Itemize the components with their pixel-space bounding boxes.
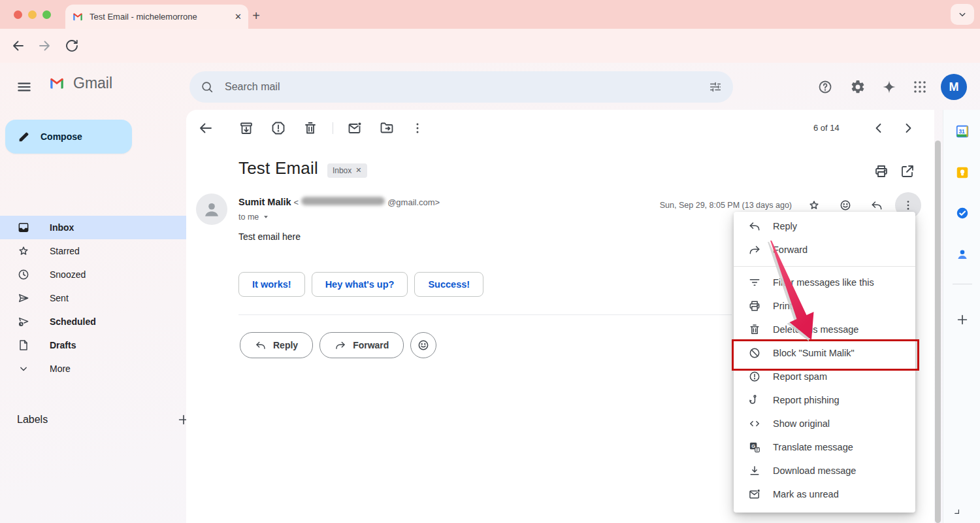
search-bar[interactable] xyxy=(189,71,733,103)
menu-item-reply[interactable]: Reply xyxy=(734,214,915,238)
back-to-inbox-icon[interactable] xyxy=(198,120,214,136)
menu-item-label: Mark as unread xyxy=(773,489,839,499)
person-icon xyxy=(201,198,223,220)
add-reaction-button[interactable] xyxy=(410,332,436,358)
sidebar-item-drafts[interactable]: Drafts 1 xyxy=(0,333,208,357)
report-spam-icon xyxy=(748,370,761,383)
sidebar-item-label: Starred xyxy=(50,246,80,256)
sidebar-item-inbox[interactable]: Inbox 4 xyxy=(0,216,208,239)
settings-gear-icon[interactable] xyxy=(850,79,866,95)
older-email-chevron-icon[interactable] xyxy=(900,120,916,136)
menu-item-label: Forward xyxy=(773,245,808,255)
forward-button-label: Forward xyxy=(353,340,389,350)
gmail-profile-avatar[interactable]: M xyxy=(941,74,967,100)
search-input[interactable] xyxy=(223,80,699,93)
get-addons-plus-icon[interactable] xyxy=(955,312,970,327)
message-action-row: Reply Forward xyxy=(240,332,436,358)
sidebar-item-label: Inbox xyxy=(50,222,74,233)
report-spam-icon[interactable] xyxy=(270,120,286,136)
menu-item-delete-message[interactable]: Delete this message xyxy=(734,318,915,341)
menu-item-print[interactable]: Print xyxy=(734,294,915,318)
gmail-logo-text: Gmail xyxy=(73,75,112,92)
contacts-icon[interactable] xyxy=(955,247,970,262)
menu-item-forward[interactable]: Forward xyxy=(734,238,915,262)
pencil-icon xyxy=(17,129,31,144)
menu-item-label: Report spam xyxy=(773,371,827,382)
window-zoom-button[interactable] xyxy=(42,10,51,19)
sidebar-item-label: More xyxy=(50,363,71,374)
more-options-icon[interactable] xyxy=(410,120,425,136)
gemini-sparkle-icon[interactable] xyxy=(881,79,897,95)
mark-unread-icon[interactable] xyxy=(347,120,363,136)
smart-reply-chip[interactable]: Hey what's up? xyxy=(312,272,408,297)
vertical-scrollbar[interactable] xyxy=(935,141,941,523)
sidebar-item-scheduled[interactable]: Scheduled 1 xyxy=(0,310,208,333)
smart-reply-chip[interactable]: It works! xyxy=(238,272,305,297)
inbox-label-chip[interactable]: Inbox ✕ xyxy=(327,163,367,178)
newer-email-chevron-icon[interactable] xyxy=(871,120,887,136)
menu-divider xyxy=(734,262,915,271)
menu-item-label: Filter messages like this xyxy=(773,277,874,288)
scheduled-send-icon xyxy=(17,315,30,328)
archive-icon[interactable] xyxy=(238,120,254,136)
new-tab-button[interactable]: + xyxy=(247,7,265,25)
inbox-icon xyxy=(17,221,30,234)
menu-item-download-message[interactable]: Download message xyxy=(734,459,915,482)
window-minimize-button[interactable] xyxy=(28,10,37,19)
forward-icon[interactable] xyxy=(37,38,52,54)
print-icon[interactable] xyxy=(874,163,889,179)
email-subject: Test Email xyxy=(238,158,318,178)
smart-reply-chip[interactable]: Success! xyxy=(414,272,483,297)
menu-item-block-sender[interactable]: Block "Sumit Malik" xyxy=(734,341,915,365)
window-close-button[interactable] xyxy=(14,10,22,19)
forward-arrow-icon xyxy=(748,243,761,256)
menu-item-label: Block "Sumit Malik" xyxy=(773,348,855,358)
gmail-logo[interactable]: Gmail xyxy=(46,75,112,92)
menu-item-show-original[interactable]: Show original xyxy=(734,412,915,435)
menu-item-filter-messages[interactable]: Filter messages like this xyxy=(734,271,915,294)
clock-icon xyxy=(17,268,30,281)
sidebar-item-snoozed[interactable]: Snoozed xyxy=(0,263,208,286)
move-to-folder-icon[interactable] xyxy=(379,120,395,136)
forward-arrow-icon xyxy=(335,339,346,351)
redacted-email-blur xyxy=(301,197,385,205)
sender-name[interactable]: Sumit Malik xyxy=(238,197,291,207)
back-icon[interactable] xyxy=(10,38,26,54)
delete-icon[interactable] xyxy=(302,120,318,136)
email-body: Test email here xyxy=(238,231,301,242)
menu-item-label: Delete this message xyxy=(773,324,858,335)
sender-avatar[interactable] xyxy=(196,194,227,225)
sidebar-item-label: Drafts xyxy=(50,340,76,350)
menu-item-mark-unread[interactable]: Mark as unread xyxy=(734,482,915,506)
search-options-icon[interactable] xyxy=(708,80,723,94)
forward-button[interactable]: Forward xyxy=(319,332,404,358)
compose-label: Compose xyxy=(41,131,82,142)
filter-icon xyxy=(748,276,761,289)
tab-close-icon[interactable]: ✕ xyxy=(235,12,242,22)
calendar-icon[interactable]: 31 xyxy=(955,124,970,139)
reload-icon[interactable] xyxy=(64,38,80,54)
tab-title: Test Email - michelemorrone xyxy=(90,12,197,22)
tab-search-chevron-button[interactable] xyxy=(951,4,974,25)
sidebar-item-starred[interactable]: Starred xyxy=(0,239,208,263)
tasks-icon[interactable] xyxy=(955,206,970,220)
search-icon[interactable] xyxy=(200,80,214,94)
keep-icon[interactable] xyxy=(955,165,970,180)
main-menu-hamburger-icon[interactable] xyxy=(16,78,33,95)
open-in-new-icon[interactable] xyxy=(900,163,915,179)
compose-button[interactable]: Compose xyxy=(5,120,132,154)
help-icon[interactable] xyxy=(817,79,833,95)
sidebar-item-more[interactable]: More xyxy=(0,357,208,380)
collapse-panel-icon[interactable] xyxy=(953,507,963,518)
menu-item-translate-message[interactable]: G Translate message xyxy=(734,435,915,459)
menu-item-label: Translate message xyxy=(773,442,853,452)
google-apps-grid-icon[interactable] xyxy=(912,79,928,95)
details-caret-icon[interactable] xyxy=(263,214,269,220)
chip-remove-icon[interactable]: ✕ xyxy=(355,166,361,175)
menu-item-report-phishing[interactable]: Report phishing xyxy=(734,388,915,412)
reply-button[interactable]: Reply xyxy=(240,332,313,358)
menu-item-report-spam[interactable]: Report spam xyxy=(734,365,915,388)
sidebar-item-sent[interactable]: Sent xyxy=(0,286,208,310)
recipient-line[interactable]: to me xyxy=(238,212,269,222)
browser-tab[interactable]: Test Email - michelemorrone ✕ xyxy=(65,5,248,29)
